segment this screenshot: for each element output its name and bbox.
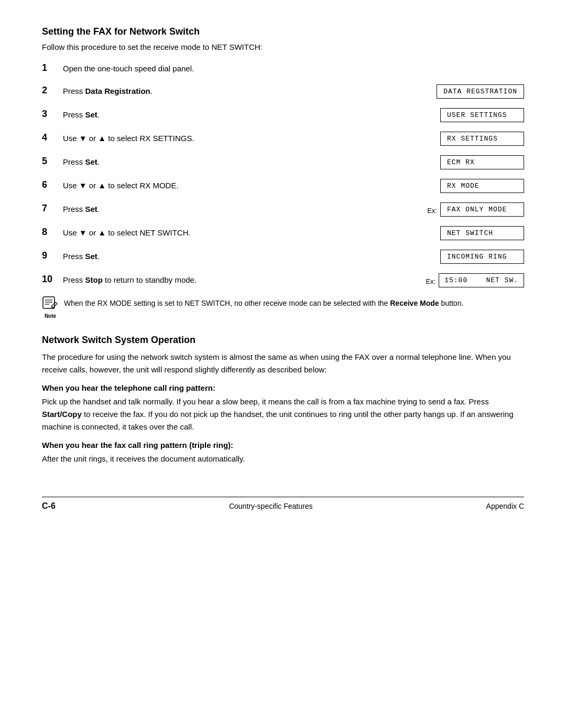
subsection1-heading: When you hear the telephone call ring pa…: [42, 383, 524, 392]
step-4-number: 4: [42, 132, 63, 143]
step-4-lcd-container: RX SETTINGS: [388, 132, 524, 146]
step-1-text: Open the one-touch speed dial panel.: [63, 62, 388, 75]
step-10-lcd-container: Ex: 15:00 NET SW.: [388, 273, 524, 287]
step-2-lcd: DATA REGSTRATION: [437, 84, 524, 99]
section2-title: Network Switch System Operation: [42, 335, 524, 346]
step-5-lcd-container: ECM RX: [388, 155, 524, 169]
step-9: 9 Press Set. INCOMING RING: [42, 250, 524, 264]
note-box: Note When the RX MODE setting is set to …: [42, 298, 524, 319]
step-5-number: 5: [42, 155, 63, 167]
step-8-text: Use ▼ or ▲ to select NET SWITCH.: [63, 226, 388, 239]
subsection2-text: After the unit rings, it receives the do…: [42, 453, 524, 465]
step-7-ex: Ex:: [427, 204, 437, 215]
step-10-text: Press Stop to return to standby mode.: [63, 273, 388, 286]
step-7-text: Press Set.: [63, 202, 388, 216]
steps-container: 1 Open the one-touch speed dial panel. 2…: [42, 62, 524, 287]
step-9-text: Press Set.: [63, 250, 388, 263]
footer: C-6 Country-specific Features Appendix C: [42, 497, 524, 511]
step-4-lcd: RX SETTINGS: [440, 132, 524, 146]
step-7-lcd-container: Ex: FAX ONLY MODE: [388, 202, 524, 217]
step-6-lcd: RX MODE: [440, 179, 524, 193]
step-10: 10 Press Stop to return to standby mode.…: [42, 273, 524, 287]
step-9-number: 9: [42, 250, 63, 261]
step-2-text: Press Data Registration.: [63, 84, 388, 98]
step-3-text: Press Set.: [63, 108, 388, 121]
step-6-number: 6: [42, 179, 63, 190]
step-3-number: 3: [42, 108, 63, 120]
step-9-lcd-container: INCOMING RING: [388, 250, 524, 264]
subsection1-text: Pick up the handset and talk normally. I…: [42, 395, 524, 433]
step-8-lcd: NET SWITCH: [440, 226, 524, 240]
step-4-text: Use ▼ or ▲ to select RX SETTINGS.: [63, 132, 388, 145]
step-2: 2 Press Data Registration. DATA REGSTRAT…: [42, 84, 524, 99]
step-3-lcd-container: USER SETTINGS: [388, 108, 524, 122]
section1-intro: Follow this procedure to set the receive…: [42, 42, 524, 51]
svg-rect-0: [43, 297, 55, 308]
step-6-text: Use ▼ or ▲ to select RX MODE.: [63, 179, 388, 192]
step-6-lcd-container: RX MODE: [388, 179, 524, 193]
step-10-ex: Ex:: [426, 275, 436, 285]
step-5-text: Press Set.: [63, 155, 388, 168]
page-content: Setting the FAX for Network Switch Follo…: [42, 26, 524, 511]
step-3: 3 Press Set. USER SETTINGS: [42, 108, 524, 122]
step-5-lcd: ECM RX: [440, 155, 524, 169]
step-8: 8 Use ▼ or ▲ to select NET SWITCH. NET S…: [42, 226, 524, 240]
step-4: 4 Use ▼ or ▲ to select RX SETTINGS. RX S…: [42, 132, 524, 146]
step-10-number: 10: [42, 273, 63, 285]
note-label: Note: [45, 314, 56, 319]
step-3-lcd: USER SETTINGS: [440, 108, 524, 122]
step-1: 1 Open the one-touch speed dial panel.: [42, 62, 524, 75]
step-1-number: 1: [42, 62, 63, 73]
subsection2-heading: When you hear the fax call ring pattern …: [42, 441, 524, 449]
step-8-number: 8: [42, 226, 63, 238]
section2-intro: The procedure for using the network swit…: [42, 351, 524, 376]
footer-right: Appendix C: [486, 502, 524, 510]
step-5: 5 Press Set. ECM RX: [42, 155, 524, 169]
footer-center: Country-specific Features: [229, 502, 313, 510]
step-9-lcd: INCOMING RING: [440, 250, 524, 264]
step-7-number: 7: [42, 202, 63, 214]
note-text: When the RX MODE setting is set to NET S…: [64, 298, 463, 309]
step-2-number: 2: [42, 84, 63, 96]
step-8-lcd-container: NET SWITCH: [388, 226, 524, 240]
section1-title: Setting the FAX for Network Switch: [42, 26, 524, 37]
pencil-icon: [42, 296, 59, 313]
note-icon: Note: [42, 296, 59, 319]
step-6: 6 Use ▼ or ▲ to select RX MODE. RX MODE: [42, 179, 524, 193]
step-7-lcd: FAX ONLY MODE: [440, 202, 524, 217]
step-2-lcd-container: DATA REGSTRATION: [388, 84, 524, 99]
footer-page-label: C-6: [42, 501, 56, 511]
step-7: 7 Press Set. Ex: FAX ONLY MODE: [42, 202, 524, 217]
step-10-lcd: 15:00 NET SW.: [439, 273, 524, 287]
